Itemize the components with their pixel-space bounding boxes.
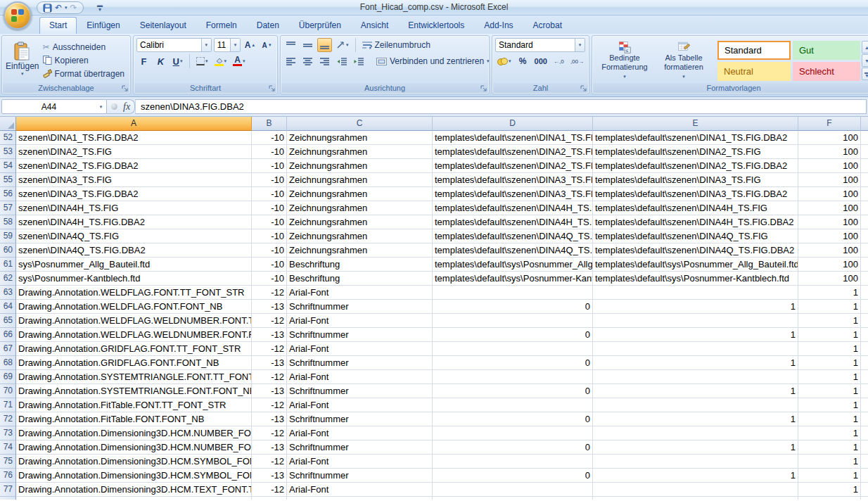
cell-F77[interactable]: 1 bbox=[798, 483, 861, 497]
number-format-combo[interactable]: Standard ▾ bbox=[495, 38, 585, 52]
cell-partial-61[interactable] bbox=[861, 258, 868, 272]
fill-color-button[interactable]: ▾ bbox=[212, 54, 229, 68]
cell-E77[interactable] bbox=[593, 483, 798, 497]
cell-C55[interactable]: Zeichnungsrahmen bbox=[287, 173, 433, 187]
cell-E56[interactable]: templates\default\szenen\DINA3_TS.FIG.DB… bbox=[593, 187, 798, 201]
cell-D70[interactable]: 0 bbox=[433, 384, 593, 398]
cell-partial-54[interactable] bbox=[861, 159, 868, 173]
cell-E75[interactable] bbox=[593, 455, 798, 469]
orientation-button[interactable]: ▾ bbox=[334, 38, 351, 52]
cell-D59[interactable]: templates\default\szenen\DINA4Q_TS.FIG bbox=[433, 229, 593, 243]
copy-button[interactable]: Kopieren bbox=[40, 53, 127, 67]
cell-F70[interactable]: 1 bbox=[798, 384, 861, 398]
align-center-button[interactable] bbox=[300, 54, 315, 68]
cell-partial-53[interactable] bbox=[861, 145, 868, 159]
font-size-combo[interactable]: 11 ▾ bbox=[214, 38, 241, 52]
decrease-indent-button[interactable] bbox=[334, 54, 349, 68]
cell-B60[interactable]: -10 bbox=[252, 243, 287, 258]
cell-D76[interactable]: 0 bbox=[433, 469, 593, 483]
cell-partial-68[interactable] bbox=[861, 356, 868, 370]
cell-C73[interactable]: Arial-Font bbox=[287, 426, 433, 440]
cell-A52[interactable]: szenen\DINA1_TS.FIG.DBA2 bbox=[16, 131, 252, 145]
align-right-button[interactable] bbox=[317, 54, 332, 68]
cell-C61[interactable]: Beschriftung bbox=[287, 258, 433, 272]
cell-A62[interactable]: sys\Posnummer-Kantblech.ftd bbox=[16, 272, 252, 286]
cell-F76[interactable]: 1 bbox=[798, 469, 861, 483]
cell-F62[interactable]: 100 bbox=[798, 272, 861, 286]
cell-E52[interactable]: templates\default\szenen\DINA1_TS.FIG.DB… bbox=[593, 131, 798, 145]
row-header-67[interactable]: 67 bbox=[0, 342, 16, 356]
office-button[interactable] bbox=[4, 1, 32, 30]
cell-B70[interactable]: -13 bbox=[252, 384, 287, 398]
cell-E53[interactable]: templates\default\szenen\DINA2_TS.FIG bbox=[593, 145, 798, 159]
cell-E54[interactable]: templates\default\szenen\DINA2_TS.FIG.DB… bbox=[593, 159, 798, 173]
cell-C70[interactable]: Schriftnummer bbox=[287, 384, 433, 398]
cell-A70[interactable]: Drawing.Annotation.SYSTEMTRIANGLE.FONT.F… bbox=[16, 384, 252, 398]
increase-decimal-button[interactable]: ←,0 bbox=[551, 54, 566, 68]
cell-B74[interactable]: -13 bbox=[252, 440, 287, 455]
select-all-corner[interactable] bbox=[0, 117, 16, 131]
shrink-font-button[interactable]: A▼ bbox=[260, 38, 274, 52]
cell-D63[interactable] bbox=[433, 286, 593, 300]
cell-F78[interactable]: 1 bbox=[798, 497, 861, 500]
cell-partial-57[interactable] bbox=[861, 201, 868, 215]
cell-partial-59[interactable] bbox=[861, 229, 868, 243]
cell-C66[interactable]: Schriftnummer bbox=[287, 328, 433, 342]
cell-D55[interactable]: templates\default\szenen\DINA3_TS.FIG bbox=[433, 173, 593, 187]
cell-C69[interactable]: Arial-Font bbox=[287, 370, 433, 384]
customize-qat-icon[interactable]: ▬▾ bbox=[97, 4, 103, 12]
tab-ansicht[interactable]: Ansicht bbox=[351, 17, 398, 34]
column-header-e[interactable]: E bbox=[593, 117, 798, 131]
cell-D73[interactable] bbox=[433, 426, 593, 440]
cell-C54[interactable]: Zeichnungsrahmen bbox=[287, 159, 433, 173]
cell-C60[interactable]: Zeichnungsrahmen bbox=[287, 243, 433, 258]
cell-C76[interactable]: Schriftnummer bbox=[287, 469, 433, 483]
cell-D53[interactable]: templates\default\szenen\DINA2_TS.FIG bbox=[433, 145, 593, 159]
cell-D75[interactable] bbox=[433, 455, 593, 469]
cell-partial-70[interactable] bbox=[861, 384, 868, 398]
alignment-dialog-launcher-icon[interactable] bbox=[480, 84, 487, 92]
cell-B78[interactable]: -13 bbox=[252, 497, 287, 500]
cell-A64[interactable]: Drawing.Annotation.WELDFLAG.FONT.FONT_NB bbox=[16, 300, 252, 314]
percent-button[interactable]: % bbox=[516, 54, 530, 68]
cell-E59[interactable]: templates\default\szenen\DINA4Q_TS.FIG bbox=[593, 229, 798, 243]
cell-C71[interactable]: Arial-Font bbox=[287, 398, 433, 412]
cell-E55[interactable]: templates\default\szenen\DINA3_TS.FIG bbox=[593, 173, 798, 187]
cell-E70[interactable]: 1 bbox=[593, 384, 798, 398]
cell-B63[interactable]: -12 bbox=[252, 286, 287, 300]
increase-indent-button[interactable] bbox=[351, 54, 366, 68]
row-header-77[interactable]: 77 bbox=[0, 483, 16, 497]
cell-F60[interactable]: 100 bbox=[798, 243, 861, 258]
save-icon[interactable] bbox=[43, 4, 52, 13]
row-header-65[interactable]: 65 bbox=[0, 314, 16, 328]
wrap-text-button[interactable]: Zeilenumbruch bbox=[360, 38, 433, 52]
cell-F71[interactable]: 1 bbox=[798, 398, 861, 412]
cell-C74[interactable]: Schriftnummer bbox=[287, 440, 433, 455]
font-color-button[interactable]: A ▾ bbox=[231, 54, 248, 68]
formula-input[interactable]: szenen\DINA3.FIG.DBA2 bbox=[135, 99, 867, 114]
row-header-68[interactable]: 68 bbox=[0, 356, 16, 370]
cell-E60[interactable]: templates\default\szenen\DINA4Q_TS.FIG.D… bbox=[593, 243, 798, 258]
row-header-69[interactable]: 69 bbox=[0, 370, 16, 384]
cell-D69[interactable] bbox=[433, 370, 593, 384]
column-header-b[interactable]: B bbox=[252, 117, 287, 131]
cell-partial-63[interactable] bbox=[861, 286, 868, 300]
cell-F74[interactable]: 1 bbox=[798, 440, 861, 455]
cell-C62[interactable]: Beschriftung bbox=[287, 272, 433, 286]
cell-C57[interactable]: Zeichnungsrahmen bbox=[287, 201, 433, 215]
cell-C58[interactable]: Zeichnungsrahmen bbox=[287, 215, 433, 229]
row-header-63[interactable]: 63 bbox=[0, 286, 16, 300]
cell-B68[interactable]: -13 bbox=[252, 356, 287, 370]
row-header-64[interactable]: 64 bbox=[0, 300, 16, 314]
cell-F58[interactable]: 100 bbox=[798, 215, 861, 229]
cell-E62[interactable]: templates\default\sys\Posnummer-Kantblec… bbox=[593, 272, 798, 286]
cell-F54[interactable]: 100 bbox=[798, 159, 861, 173]
cell-A78[interactable]: Drawing.Annotation.Dimensioning3D.HCM.TE… bbox=[16, 497, 252, 500]
cell-D54[interactable]: templates\default\szenen\DINA2_TS.FIG.DB… bbox=[433, 159, 593, 173]
cell-A69[interactable]: Drawing.Annotation.SYSTEMTRIANGLE.FONT.T… bbox=[16, 370, 252, 384]
cell-B77[interactable]: -12 bbox=[252, 483, 287, 497]
cell-C59[interactable]: Zeichnungsrahmen bbox=[287, 229, 433, 243]
cell-B64[interactable]: -13 bbox=[252, 300, 287, 314]
cell-F59[interactable]: 100 bbox=[798, 229, 861, 243]
cell-partial-77[interactable] bbox=[861, 483, 868, 497]
